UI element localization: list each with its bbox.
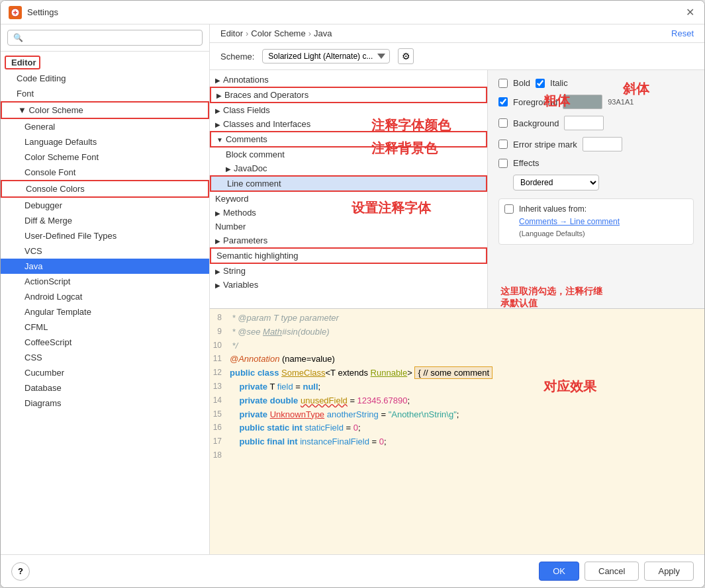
code-line-13: 13 private T field = null; xyxy=(210,380,704,394)
apply-button[interactable]: Apply xyxy=(644,562,694,581)
effects-row: Effects xyxy=(498,158,694,168)
app-icon xyxy=(9,6,22,19)
line-num-17: 17 xyxy=(210,435,230,449)
title-bar: Settings ✕ xyxy=(1,1,704,24)
background-label: Background xyxy=(513,118,559,128)
line-num-18: 18 xyxy=(210,449,230,463)
background-checkbox[interactable] xyxy=(498,118,508,128)
sidebar-item-code-editing[interactable]: Code Editing xyxy=(1,71,209,86)
tree-item-comments[interactable]: Comments xyxy=(210,131,487,147)
tree-item-parameters[interactable]: Parameters xyxy=(210,233,487,247)
inherit-link[interactable]: Comments → Line comment xyxy=(519,217,620,226)
search-input[interactable] xyxy=(7,30,203,46)
foreground-checkbox[interactable] xyxy=(498,97,508,106)
tree-item-block-comment[interactable]: Block comment xyxy=(210,147,487,161)
sidebar-item-cfml[interactable]: CFML xyxy=(1,319,209,335)
inherit-box: Inherit values from: Comments → Line com… xyxy=(498,198,694,245)
sidebar-item-language-defaults[interactable]: Language Defaults xyxy=(1,134,209,149)
line-num-8: 8 xyxy=(210,312,230,325)
sidebar-item-angular-template[interactable]: Angular Template xyxy=(1,304,209,319)
sidebar-item-database[interactable]: Database xyxy=(1,380,209,396)
bold-checkbox[interactable] xyxy=(498,79,508,88)
tree-item-javadoc[interactable]: JavaDoc xyxy=(210,161,487,175)
line-num-10: 10 xyxy=(210,339,230,353)
sidebar-item-debugger[interactable]: Debugger xyxy=(1,198,209,213)
line-num-9: 9 xyxy=(210,325,230,339)
tree-item-classes[interactable]: Classes and Interfaces xyxy=(210,117,487,131)
code-text-18 xyxy=(230,449,704,463)
code-line-18: 18 xyxy=(210,449,704,463)
sidebar-item-console-colors[interactable]: Console Colors xyxy=(1,180,209,198)
reset-link[interactable]: Reset xyxy=(671,28,694,38)
sidebar-item-user-defined[interactable]: User-Defined File Types xyxy=(1,228,209,243)
sidebar-item-color-scheme[interactable]: ▼ Color Scheme xyxy=(1,101,209,119)
sidebar-item-actionscript[interactable]: ActionScript xyxy=(1,274,209,289)
code-text-17: public final int instanceFinalField = 0; xyxy=(230,435,704,449)
sidebar-item-java[interactable]: Java xyxy=(1,259,209,274)
tree-item-class-fields[interactable]: Class Fields xyxy=(210,103,487,117)
scheme-settings-button[interactable]: ⚙ xyxy=(398,48,414,64)
tree-item-variables[interactable]: Variables xyxy=(210,278,487,292)
effects-checkbox[interactable] xyxy=(498,159,508,168)
scheme-label: Scheme: xyxy=(220,52,254,62)
sidebar-item-diff-merge[interactable]: Diff & Merge xyxy=(1,213,209,228)
tree-item-braces[interactable]: Braces and Operators xyxy=(210,87,487,103)
tree-item-number[interactable]: Number xyxy=(210,220,487,233)
breadcrumb-sep1: › xyxy=(246,28,248,38)
sidebar-item-css[interactable]: CSS xyxy=(1,350,209,365)
sidebar-item-cucumber[interactable]: Cucumber xyxy=(1,365,209,380)
code-line-9: 9 * @see Math#sin(double) xyxy=(210,325,704,339)
code-text-13: private T field = null; xyxy=(230,380,704,394)
italic-checkbox[interactable] xyxy=(536,79,545,88)
options-panel: Bold Italic Foreground 93A1A1 Ba xyxy=(488,70,704,308)
sidebar-item-vcs[interactable]: VCS xyxy=(1,243,209,259)
line-num-14: 14 xyxy=(210,394,230,408)
cancel-button[interactable]: Cancel xyxy=(585,562,639,581)
dialog-title: Settings xyxy=(27,7,58,17)
sidebar-item-coffeescript[interactable]: CoffeeScript xyxy=(1,335,209,350)
effects-select[interactable]: Bordered Underscored Bold Underscored St… xyxy=(513,175,599,190)
code-text-16: public static int staticField = 0; xyxy=(230,421,704,435)
sidebar-item-android-logcat[interactable]: Android Logcat xyxy=(1,289,209,304)
syntax-tree: Annotations Braces and Operators Class F… xyxy=(210,70,488,308)
line-num-15: 15 xyxy=(210,408,230,422)
breadcrumb-editor: Editor xyxy=(220,28,243,38)
scheme-select[interactable]: Solarized Light (Alternate) c... xyxy=(262,49,390,63)
tree-item-annotations[interactable]: Annotations xyxy=(210,73,487,87)
tree-item-line-comment[interactable]: Line comment xyxy=(210,175,487,192)
tree-item-semantic[interactable]: Semantic highlighting xyxy=(210,247,487,264)
background-row: Background xyxy=(498,116,694,130)
background-color-swatch[interactable] xyxy=(564,116,604,130)
dialog-body: Editor Code Editing Font ▼ Color Scheme … xyxy=(1,24,704,554)
code-line-15: 15 private UnknownType anotherString = "… xyxy=(210,408,704,422)
close-button[interactable]: ✕ xyxy=(686,7,696,18)
error-stripe-swatch[interactable] xyxy=(583,137,622,151)
sidebar-nav: Editor Code Editing Font ▼ Color Scheme … xyxy=(1,52,209,554)
tree-item-keyword[interactable]: Keyword xyxy=(210,192,487,206)
foreground-label: Foreground xyxy=(513,97,557,107)
foreground-color-swatch[interactable] xyxy=(563,95,602,109)
breadcrumb-bar: Editor › Color Scheme › Java Reset xyxy=(210,24,704,43)
sidebar-item-color-scheme-font[interactable]: Color Scheme Font xyxy=(1,149,209,165)
sidebar-item-console-font[interactable]: Console Font xyxy=(1,165,209,180)
sidebar-item-editor[interactable]: Editor xyxy=(5,56,40,69)
ok-button[interactable]: OK xyxy=(539,562,579,581)
inherit-sub: (Language Defaults) xyxy=(519,230,585,237)
error-stripe-label: Error stripe mark xyxy=(513,140,577,149)
breadcrumb: Editor › Color Scheme › Java xyxy=(220,28,332,38)
inherit-checkbox[interactable] xyxy=(504,204,514,214)
sidebar-item-general[interactable]: General xyxy=(1,119,209,134)
tree-item-methods[interactable]: Methods xyxy=(210,206,487,220)
split-panel: Annotations Braces and Operators Class F… xyxy=(210,70,704,308)
code-line-11: 11 @Annotation (name=value) xyxy=(210,353,704,366)
sidebar-item-font[interactable]: Font xyxy=(1,86,209,101)
bold-italic-row: Bold Italic xyxy=(498,78,694,88)
effects-label: Effects xyxy=(513,158,540,168)
code-line-10: 10 */ xyxy=(210,339,704,353)
italic-label: Italic xyxy=(550,78,568,88)
code-text-15: private UnknownType anotherString = "Ano… xyxy=(230,408,704,422)
tree-item-string[interactable]: String xyxy=(210,264,487,278)
sidebar-item-diagrams[interactable]: Diagrams xyxy=(1,396,209,411)
error-stripe-checkbox[interactable] xyxy=(498,140,508,149)
help-button[interactable]: ? xyxy=(11,562,30,581)
